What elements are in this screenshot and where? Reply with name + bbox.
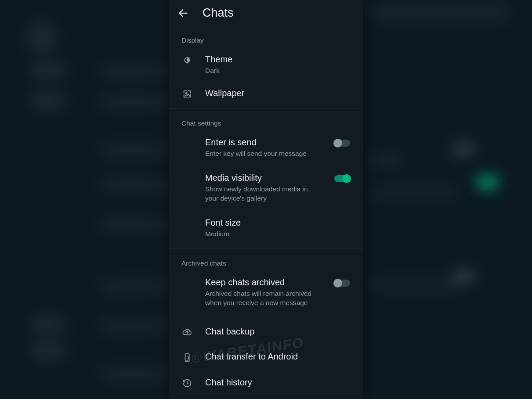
svg-point-1: [186, 93, 187, 94]
row-chat-history[interactable]: Chat history: [169, 369, 363, 394]
enter-send-toggle[interactable]: [334, 140, 350, 147]
keep-archived-sub: Archived chats will remain archived when…: [205, 289, 321, 308]
theme-value: Dark: [205, 66, 351, 75]
keep-archived-toggle[interactable]: [334, 280, 350, 287]
row-chat-backup[interactable]: Chat backup: [169, 317, 363, 343]
row-keep-archived[interactable]: Keep chats archived Archived chats will …: [169, 271, 363, 314]
phone-transfer-icon: [182, 352, 192, 363]
enter-send-label: Enter is send: [205, 137, 321, 148]
row-enter-is-send[interactable]: Enter is send Enter key will send your m…: [169, 131, 363, 165]
section-header-display: Display: [169, 28, 363, 48]
chat-backup-label: Chat backup: [205, 326, 351, 337]
row-theme[interactable]: Theme Dark: [169, 48, 363, 82]
chat-transfer-label: Chat transfer to Android: [205, 351, 351, 362]
media-visibility-label: Media visibility: [205, 173, 321, 183]
row-wallpaper[interactable]: Wallpaper: [169, 82, 363, 105]
row-media-visibility[interactable]: Media visibility Show newly downloaded m…: [169, 165, 363, 209]
history-icon: [182, 378, 192, 388]
theme-label: Theme: [205, 54, 351, 65]
media-visibility-toggle[interactable]: [334, 175, 350, 182]
wallpaper-icon: [182, 89, 192, 99]
row-font-size[interactable]: Font size Medium: [169, 209, 363, 245]
page-title: Chats: [203, 6, 234, 20]
arrow-left-icon: [177, 7, 189, 19]
chat-history-label: Chat history: [205, 377, 351, 388]
section-header-chat-settings: Chat settings: [169, 109, 363, 131]
enter-send-sub: Enter key will send your message: [205, 149, 321, 158]
chats-settings-panel: Chats Display Theme Dark Wallpaper Chat …: [169, 0, 363, 399]
font-size-value: Medium: [205, 230, 351, 239]
font-size-label: Font size: [205, 217, 351, 228]
back-button[interactable]: [177, 7, 189, 19]
panel-header: Chats: [169, 0, 363, 28]
brightness-icon: [182, 55, 192, 65]
keep-archived-label: Keep chats archived: [205, 277, 321, 288]
cloud-upload-icon: [182, 327, 192, 337]
wallpaper-label: Wallpaper: [205, 88, 351, 99]
media-visibility-sub: Show newly downloaded media in your devi…: [205, 185, 321, 203]
section-header-archived: Archived chats: [169, 249, 363, 271]
row-chat-transfer[interactable]: Chat transfer to Android: [169, 343, 363, 369]
